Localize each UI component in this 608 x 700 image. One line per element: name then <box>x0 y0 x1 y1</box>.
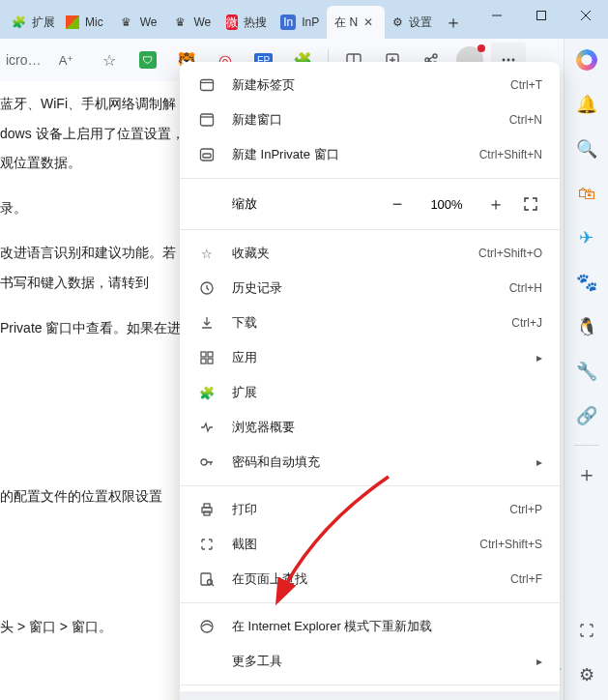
link-icon[interactable]: 🔗 <box>571 400 602 431</box>
menu-new-window[interactable]: 新建窗口 Ctrl+N <box>180 102 560 137</box>
minimize-button[interactable] <box>475 0 519 31</box>
menu-more-tools[interactable]: 更多工具 ▸ <box>180 644 560 679</box>
new-tab-button[interactable]: ＋ <box>439 8 468 37</box>
puzzle-icon: 🧩 <box>197 383 217 402</box>
menu-screenshot[interactable]: 截图 Ctrl+Shift+S <box>180 527 560 562</box>
menu-find[interactable]: 在页面上查找 Ctrl+F <box>180 562 560 597</box>
app-menu: 新建标签页 Ctrl+T 新建窗口 Ctrl+N 新建 InPrivate 窗口… <box>180 62 560 700</box>
edge-sidebar: 🔔 🔍 🛍 ✈ 🐾 🐧 🔧 🔗 ＋ ⚙ <box>564 39 608 700</box>
svg-rect-28 <box>204 504 210 508</box>
menu-passwords[interactable]: 密码和自动填充 ▸ <box>180 445 560 480</box>
chevron-right-icon: ▸ <box>536 351 542 365</box>
svg-rect-29 <box>204 511 210 515</box>
favorite-star-icon[interactable]: ☆ <box>92 43 127 77</box>
ms-icon <box>66 15 79 29</box>
puzzle-icon: 🧩 <box>12 15 26 30</box>
svg-point-26 <box>201 459 207 465</box>
zoom-out-button[interactable]: − <box>386 192 409 216</box>
bell-icon[interactable]: 🔔 <box>571 89 602 120</box>
svg-point-9 <box>433 54 437 58</box>
reader-view-icon[interactable]: A⁺ <box>49 43 84 77</box>
chevron-right-icon: ▸ <box>536 455 542 469</box>
menu-separator <box>180 602 560 603</box>
sidebar-separator <box>574 445 599 446</box>
titlebar: 🧩扩展 Mic ♛We ♛We 微热搜 InInP 在 N✕ ⚙设置 ＋ <box>0 0 608 39</box>
menu-separator <box>180 229 560 230</box>
menu-separator <box>180 685 560 685</box>
tab-active[interactable]: 在 N✕ <box>327 6 385 39</box>
ie-icon <box>197 617 217 636</box>
svg-rect-25 <box>208 359 213 364</box>
svg-rect-23 <box>208 352 213 357</box>
crown-icon: ♛ <box>119 15 134 30</box>
shopping-icon[interactable]: 🛍 <box>571 178 602 209</box>
zoom-value: 100% <box>426 197 467 212</box>
gear-icon: ⚙ <box>392 15 403 30</box>
svg-line-32 <box>212 584 214 586</box>
svg-point-31 <box>208 580 213 585</box>
zoom-label: 缩放 <box>197 195 386 213</box>
tab-extensions[interactable]: 🧩扩展 <box>4 6 58 39</box>
svg-rect-15 <box>201 80 214 91</box>
pulse-icon <box>197 418 217 437</box>
download-icon <box>197 313 217 333</box>
new-window-icon <box>197 110 217 130</box>
menu-separator <box>180 178 560 179</box>
tab-microsoft[interactable]: Mic <box>58 6 111 39</box>
svg-rect-1 <box>537 12 546 20</box>
sidebar-add-button[interactable]: ＋ <box>571 459 602 490</box>
key-icon <box>197 452 217 472</box>
tab-weibo[interactable]: 微热搜 <box>218 6 273 39</box>
menu-apps[interactable]: 应用 ▸ <box>180 340 560 375</box>
tab-inprivate[interactable]: InInP <box>273 6 327 39</box>
menu-new-tab[interactable]: 新建标签页 Ctrl+T <box>180 68 560 102</box>
maximize-button[interactable] <box>519 0 564 31</box>
menu-ie-mode[interactable]: 在 Internet Explorer 模式下重新加载 <box>180 609 560 644</box>
history-icon <box>197 278 217 298</box>
close-window-button[interactable] <box>564 0 608 31</box>
telegram-icon[interactable]: ✈ <box>571 222 602 253</box>
close-icon[interactable]: ✕ <box>363 15 377 29</box>
baidu-icon[interactable]: 🐾 <box>571 267 602 298</box>
copilot-icon[interactable] <box>571 44 602 75</box>
menu-downloads[interactable]: 下载 Ctrl+J <box>180 306 560 340</box>
menu-settings[interactable]: 设置 <box>180 691 560 700</box>
screenshot-icon <box>197 535 217 554</box>
new-tab-icon <box>197 75 217 95</box>
menu-favorites[interactable]: ☆ 收藏夹 Ctrl+Shift+O <box>180 236 560 271</box>
crown-icon: ♛ <box>172 15 188 30</box>
svg-point-13 <box>507 59 509 62</box>
tool-icon[interactable]: 🔧 <box>571 356 602 387</box>
menu-zoom-row: 缩放 − 100% ＋ <box>180 185 560 223</box>
sidebar-screenshot-icon[interactable] <box>571 615 602 646</box>
window-controls <box>475 0 608 31</box>
inprivate-icon: In <box>280 15 296 30</box>
tab-we-1[interactable]: ♛We <box>111 6 165 39</box>
tab-strip: 🧩扩展 Mic ♛We ♛We 微热搜 InInP 在 N✕ ⚙设置 ＋ <box>0 6 468 39</box>
svg-point-14 <box>511 59 514 62</box>
menu-new-inprivate[interactable]: 新建 InPrivate 窗口 Ctrl+Shift+N <box>180 137 560 172</box>
zoom-in-button[interactable]: ＋ <box>484 192 507 216</box>
tab-we-2[interactable]: ♛We <box>164 6 218 39</box>
qq-icon[interactable]: 🐧 <box>571 311 602 342</box>
address-bar-fragment[interactable]: icro… A⁺ ☆ <box>6 43 127 77</box>
svg-rect-17 <box>201 114 214 126</box>
find-icon <box>197 569 217 589</box>
chevron-right-icon: ▸ <box>536 655 542 668</box>
tab-settings[interactable]: ⚙设置 <box>385 6 439 39</box>
search-icon[interactable]: 🔍 <box>571 133 602 164</box>
star-icon: ☆ <box>197 244 217 263</box>
svg-rect-24 <box>201 359 206 364</box>
menu-history[interactable]: 历史记录 Ctrl+H <box>180 271 560 306</box>
menu-browser-essentials[interactable]: 浏览器概要 <box>180 410 560 445</box>
svg-point-12 <box>502 59 505 62</box>
svg-rect-20 <box>203 154 211 158</box>
print-icon <box>197 500 217 519</box>
fullscreen-button[interactable] <box>519 192 542 216</box>
weibo-icon: 微 <box>226 15 238 30</box>
menu-print[interactable]: 打印 Ctrl+P <box>180 492 560 527</box>
sidebar-settings-icon[interactable]: ⚙ <box>571 659 602 690</box>
menu-separator <box>180 485 560 486</box>
menu-extensions[interactable]: 🧩 扩展 <box>180 375 560 410</box>
ext-shield-icon[interactable]: 🛡 <box>130 43 165 77</box>
